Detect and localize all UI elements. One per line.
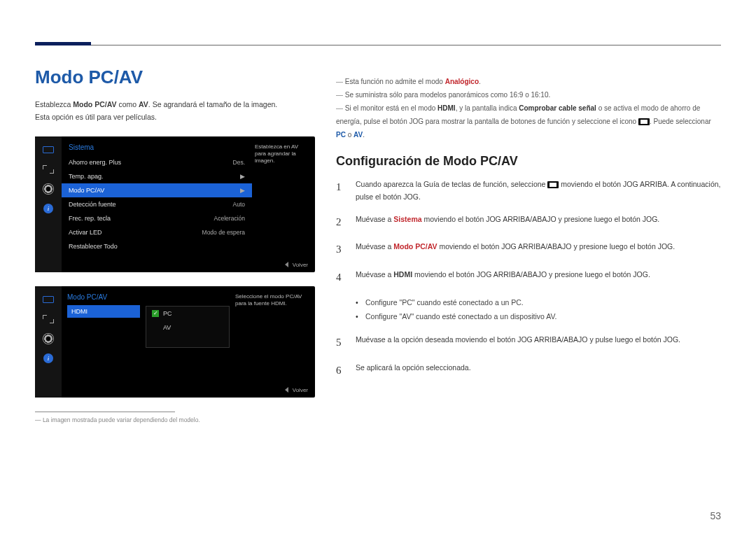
monitor-icon bbox=[42, 145, 55, 155]
step-number: 1 bbox=[336, 178, 346, 197]
bullet-item: Configure "AV" cuando esté conectado a u… bbox=[356, 310, 721, 324]
size-icon bbox=[42, 164, 55, 174]
header-rule bbox=[42, 0, 721, 45]
step-text: Se aplicará la opción seleccionada. bbox=[356, 362, 721, 374]
sub-bullets: Configure "PC" cuando esté conectado a u… bbox=[356, 296, 721, 324]
gear-icon bbox=[42, 184, 55, 194]
step-text: Muévase a Sistema moviendo el botón JOG … bbox=[356, 213, 721, 226]
menu-icon bbox=[547, 181, 559, 188]
step-text: Muévase a HDMI moviendo el botón JOG ARR… bbox=[356, 269, 721, 281]
osd-row: Ahorro energ. PlusDes. bbox=[62, 155, 252, 169]
osd-description: Seleccione el modo PC/AV para la fuente … bbox=[230, 293, 315, 384]
info-icon: i bbox=[42, 204, 55, 213]
osd-footer: Volver bbox=[62, 259, 315, 272]
osd-source-item: HDMI bbox=[67, 305, 140, 318]
back-arrow-icon bbox=[285, 262, 288, 267]
monitor-icon bbox=[42, 295, 55, 304]
notes-block: Esta función no admite el modo Analógico… bbox=[336, 75, 721, 141]
osd-sidebar: i bbox=[35, 136, 62, 272]
footnote-rule bbox=[35, 412, 175, 412]
osd-sidebar: i bbox=[35, 286, 62, 398]
intro-text: Establezca Modo PC/AV como AV. Se agrand… bbox=[35, 99, 315, 124]
bullet-item: Configure "PC" cuando esté conectado a u… bbox=[356, 296, 721, 310]
step-number: 4 bbox=[336, 269, 346, 287]
osd-option-list: ✓PC AV bbox=[146, 306, 230, 348]
osd-footer: Volver bbox=[62, 384, 315, 398]
header-accent bbox=[35, 42, 91, 45]
step-number: 6 bbox=[336, 362, 346, 380]
size-icon bbox=[42, 314, 55, 324]
osd-row: Activar LEDModo de espera bbox=[62, 225, 252, 239]
menu-icon bbox=[638, 118, 650, 125]
osd-row: Detección fuenteAuto bbox=[62, 197, 252, 211]
footnote: ― La imagen mostrada puede variar depend… bbox=[35, 416, 315, 423]
osd-description: Establezca en AV para agrandar la imagen… bbox=[255, 143, 311, 165]
check-icon: ✓ bbox=[152, 310, 159, 317]
osd-option-av: AV bbox=[146, 321, 229, 335]
steps-list: 1Cuando aparezca la Guía de teclas de fu… bbox=[336, 178, 721, 286]
page-number: 53 bbox=[710, 510, 721, 521]
info-icon: i bbox=[42, 353, 55, 363]
step-number: 2 bbox=[336, 213, 346, 232]
osd-row-selected: Modo PC/AV▶ bbox=[62, 183, 252, 197]
step-text: Muévase a Modo PC/AV moviendo el botón J… bbox=[356, 241, 721, 253]
osd-row: Frec. rep. teclaAceleración bbox=[62, 211, 252, 225]
back-arrow-icon bbox=[285, 387, 288, 393]
page-title: Modo PC/AV bbox=[35, 66, 315, 88]
gear-icon bbox=[42, 334, 55, 344]
step-text: Cuando aparezca la Guía de teclas de fun… bbox=[356, 178, 721, 204]
section-heading: Configuración de Modo PC/AV bbox=[336, 154, 721, 169]
osd-screenshot-sistema: i Sistema Establezca en AV para agrandar… bbox=[35, 136, 315, 272]
osd-screenshot-pcav: i Modo PC/AV HDMI ✓PC AV Seleccione el m… bbox=[35, 286, 315, 398]
osd-submenu-title: Modo PC/AV bbox=[67, 293, 140, 305]
step-text: Muévase a la opción deseada moviendo el … bbox=[356, 334, 721, 346]
osd-option-pc: ✓PC bbox=[146, 307, 229, 321]
osd-row: Temp. apag.▶ bbox=[62, 169, 252, 183]
step-number: 3 bbox=[336, 241, 346, 259]
osd-row: Restablecer Todo bbox=[62, 239, 252, 253]
step-number: 5 bbox=[336, 334, 346, 352]
